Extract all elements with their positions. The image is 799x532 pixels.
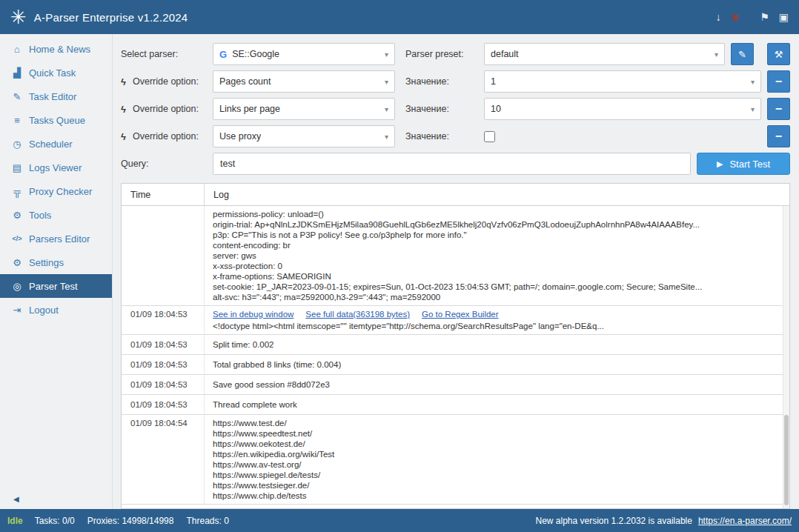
log-time: 01/09 18:04:53: [122, 395, 205, 414]
sidebar-item-label: Tasks Queue: [29, 115, 85, 126]
chart-icon: ▟: [10, 67, 24, 79]
preset-tools-button[interactable]: ⚒: [767, 43, 790, 65]
log-line: content-encoding: br: [213, 240, 781, 250]
override-option-select-2[interactable]: Links per page ▾: [213, 98, 395, 120]
start-test-label: Start Test: [729, 159, 770, 170]
sidebar-item-proxy-checker[interactable]: ╦ Proxy Checker: [0, 179, 112, 203]
column-header-log[interactable]: Log: [205, 184, 789, 205]
override-value-select-2[interactable]: 10 ▾: [484, 98, 761, 120]
parser-select[interactable]: G SE::Google ▾: [213, 43, 395, 65]
cogs-icon: ⚙: [10, 257, 24, 268]
log-line: https://www.oekotest.de/: [213, 439, 781, 449]
log-time: [122, 206, 205, 305]
status-update: New alpha version 1.2.2032 is available …: [535, 516, 792, 526]
log-row[interactable]: permissions-policy: unload=()origin-tria…: [122, 206, 789, 306]
log-time: 01/09 18:04:54: [122, 415, 205, 504]
log-content: Split time: 0.002: [205, 335, 789, 354]
target-icon: ◎: [10, 281, 24, 292]
log-line: Thread complete work: [213, 399, 781, 410]
log-link[interactable]: Go to Regex Builder: [422, 309, 499, 319]
preset-select-value: default: [491, 49, 519, 59]
sidebar-item-parser-test[interactable]: ◎ Parser Test: [0, 274, 112, 298]
log-line: origin-trial: Ap+qNlnLzJDKSmEHjzM5ilaa90…: [213, 219, 781, 230]
fullscreen-icon[interactable]: ▣: [779, 12, 789, 22]
download-icon[interactable]: ↓: [716, 12, 721, 22]
sidebar-item-settings[interactable]: ⚙ Settings: [0, 250, 112, 274]
column-header-time[interactable]: Time: [122, 184, 205, 205]
sidebar-item-label: Tools: [29, 210, 51, 221]
query-input[interactable]: [213, 153, 691, 175]
play-icon: ▶: [717, 159, 723, 169]
sidebar-item-label: Parsers Editor: [29, 233, 90, 245]
log-content: See in debug windowSee full data(363198 …: [205, 306, 789, 334]
collapse-sidebar-icon[interactable]: ◀: [13, 495, 19, 503]
google-icon: G: [219, 49, 227, 60]
log-line: server: gws: [213, 250, 781, 261]
use-proxy-checkbox[interactable]: [484, 131, 495, 142]
log-row[interactable]: 01/09 18:04:53See in debug windowSee ful…: [122, 306, 789, 335]
log-row[interactable]: 01/09 18:04:53Split time: 0.002: [122, 335, 789, 355]
override-value: 10: [491, 104, 501, 114]
log-content: Total grabbed 8 links (time: 0.004): [205, 355, 789, 374]
a-parser-app: ✳ A-Parser Enterprise v1.2.2024 ↓ ✱ ⚑ ▣ …: [0, 0, 799, 532]
override-option-value: Links per page: [219, 104, 280, 114]
chevron-down-icon: ▾: [380, 105, 388, 113]
code-icon: </>: [10, 235, 24, 242]
bug-report-icon[interactable]: ✱: [731, 12, 740, 23]
override-option-select-1[interactable]: Pages count ▾: [213, 70, 395, 93]
sidebar-item-label: Home & News: [29, 44, 90, 55]
override-value-cell: [484, 131, 761, 142]
log-line: https://www.test.de/: [213, 418, 781, 428]
sidebar-item-logout[interactable]: ⇥ Logout: [0, 298, 112, 322]
bolt-icon: ϟ: [121, 76, 130, 87]
sidebar-item-scheduler[interactable]: ◷ Scheduler: [0, 132, 112, 156]
sidebar-item-tasks-queue[interactable]: ≡ Tasks Queue: [0, 108, 112, 132]
sidebar-item-parsers-editor[interactable]: </> Parsers Editor: [0, 227, 112, 250]
override-row: ϟ Override option: Links per page ▾ Знач…: [121, 98, 790, 120]
sidebar-item-quick-task[interactable]: ▟ Quick Task: [0, 61, 112, 84]
log-link[interactable]: See full data(363198 bytes): [305, 309, 410, 319]
scrollbar-track[interactable]: [783, 206, 789, 508]
log-line: https://www.spiegel.de/tests/: [213, 470, 781, 480]
remove-override-button[interactable]: −: [767, 70, 790, 93]
titlebar-actions: ↓ ✱ ⚑ ▣: [716, 12, 789, 23]
sidebar-item-tools[interactable]: ⚙ Tools: [0, 203, 112, 227]
status-state: Idle: [7, 516, 23, 526]
sidebar-item-label: Task Editor: [29, 91, 76, 102]
log-grid-header: Time Log: [122, 184, 789, 206]
sidebar-item-logs-viewer[interactable]: ▤ Logs Viewer: [0, 156, 112, 179]
sidebar-item-home-news[interactable]: ⌂ Home & News: [0, 37, 112, 61]
log-row[interactable]: 01/09 18:04:53Total grabbed 8 links (tim…: [122, 355, 789, 375]
parser-select-row: Select parser: G SE::Google ▾ Parser pre…: [121, 43, 790, 65]
sidebar-item-label: Parser Test: [29, 281, 78, 292]
query-label: Query:: [121, 159, 213, 169]
pin-icon[interactable]: ⚑: [760, 12, 769, 22]
remove-override-button[interactable]: −: [767, 98, 790, 120]
override-option-value: Use proxy: [219, 131, 261, 142]
override-value-select-1[interactable]: 1 ▾: [484, 70, 761, 93]
logout-icon: ⇥: [10, 305, 24, 316]
preset-select[interactable]: default ▾: [484, 43, 725, 65]
log-time: 01/09 18:04:53: [122, 306, 205, 334]
log-line: https://en.wikipedia.org/wiki/Test: [213, 449, 781, 459]
log-line: p3p: CP="This is not a P3P policy! See g…: [213, 230, 781, 240]
sidebar-item-task-editor[interactable]: ✎ Task Editor: [0, 84, 112, 108]
update-link[interactable]: https://en.a-parser.com/: [698, 516, 792, 526]
override-option-select-3[interactable]: Use proxy ▾: [213, 125, 395, 147]
log-links: See in debug windowSee full data(363198 …: [213, 309, 781, 319]
log-row[interactable]: 01/09 18:04:53Thread complete work: [122, 395, 789, 415]
status-proxies: Proxies: 14998/14998: [87, 516, 174, 526]
edit-preset-button[interactable]: ✎: [731, 43, 754, 65]
app-title: A-Parser Enterprise v1.2.2024: [34, 11, 188, 24]
sidebar-item-label: Logout: [29, 305, 59, 316]
bolt-icon: ϟ: [121, 131, 130, 142]
log-line: x-frame-options: SAMEORIGIN: [213, 271, 781, 282]
start-test-button[interactable]: ▶ Start Test: [697, 153, 790, 175]
log-row[interactable]: 01/09 18:04:53Save good session #8dd072e…: [122, 375, 789, 395]
minus-icon: −: [775, 75, 782, 88]
log-row[interactable]: 01/09 18:04:54https://www.test.de/https:…: [122, 415, 789, 505]
sidebar-item-label: Settings: [29, 257, 64, 268]
log-link[interactable]: See in debug window: [213, 309, 294, 319]
remove-override-button[interactable]: −: [767, 125, 790, 147]
scrollbar-thumb[interactable]: [784, 415, 789, 505]
